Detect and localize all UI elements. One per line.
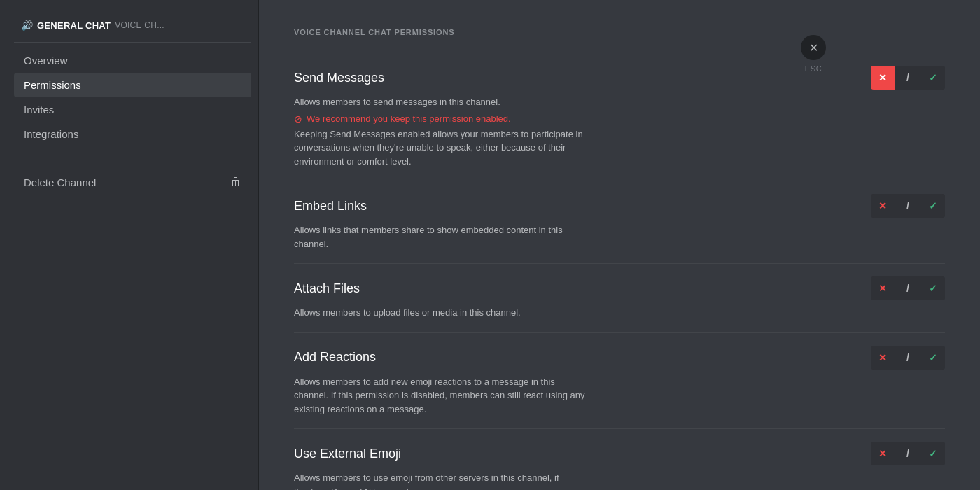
delete-channel-label: Delete Channel [24,176,96,188]
permission-desc-attach-files: Allows members to upload files or media … [294,306,588,320]
deny-btn-use-external-emoji[interactable]: ✕ [871,442,895,465]
permission-desc-add-reactions: Allows members to add new emoji reaction… [294,375,588,416]
delete-channel-button[interactable]: Delete Channel 🗑 [14,169,251,195]
neutral-btn-send-messages[interactable]: / [896,66,920,90]
deny-btn-embed-links[interactable]: ✕ [871,194,895,218]
sidebar-item-invites[interactable]: Invites [14,97,251,122]
deny-btn-attach-files[interactable]: ✕ [871,276,895,300]
allow-btn-use-external-emoji[interactable]: ✓ [921,442,945,465]
nav-list: Overview Permissions Invites Integration… [14,48,251,146]
permission-desc-use-external-emoji: Allows members to use emoji from other s… [294,471,588,490]
neutral-btn-use-external-emoji[interactable]: / [896,442,920,465]
warning-icon-send-messages: ⊘ [294,113,302,125]
toggle-group-send-messages: ✕ / ✓ [871,66,945,90]
toggle-group-attach-files: ✕ / ✓ [871,276,945,300]
channel-voice: VOICE CH... [115,20,164,30]
close-area: ✕ ESC [801,35,826,73]
allow-btn-send-messages[interactable]: ✓ [921,66,945,90]
permission-name-embed-links: Embed Links [294,199,367,214]
neutral-btn-add-reactions[interactable]: / [896,346,920,370]
permission-item-use-external-emoji: Use External Emoji ✕ / ✓ Allows members … [294,429,945,490]
toggle-group-use-external-emoji: ✕ / ✓ [871,442,945,465]
sidebar: 🔊 GENERAL CHAT VOICE CH... Overview Perm… [0,0,259,490]
allow-btn-add-reactions[interactable]: ✓ [921,346,945,370]
warning-row-send-messages: ⊘ We recommend you keep this permission … [294,113,945,125]
sidebar-item-permissions[interactable]: Permissions [14,73,251,97]
permission-desc-embed-links: Allows links that members share to show … [294,223,588,251]
speaker-icon: 🔊 [21,20,33,31]
permission-header-use-external-emoji: Use External Emoji ✕ / ✓ [294,442,945,465]
section-title: VOICE CHANNEL CHAT PERMISSIONS [294,28,945,36]
close-button[interactable]: ✕ [801,35,826,60]
permission-name-send-messages: Send Messages [294,71,384,85]
warning-detail-send-messages: Keeping Send Messages enabled allows you… [294,127,588,169]
permission-item-embed-links: Embed Links ✕ / ✓ Allows links that memb… [294,181,945,264]
warning-text-send-messages: We recommend you keep this permission en… [307,113,511,124]
permission-header-embed-links: Embed Links ✕ / ✓ [294,194,945,218]
permission-name-attach-files: Attach Files [294,281,360,296]
permission-header-send-messages: Send Messages ✕ / ✓ [294,66,945,90]
deny-btn-send-messages[interactable]: ✕ [871,66,895,90]
permission-header-attach-files: Attach Files ✕ / ✓ [294,276,945,300]
permission-desc-send-messages: Allows members to send messages in this … [294,95,588,109]
esc-label: ESC [805,64,822,73]
sidebar-item-overview[interactable]: Overview [14,48,251,73]
toggle-group-embed-links: ✕ / ✓ [871,194,945,218]
trash-icon: 🗑 [230,176,241,188]
permission-name-use-external-emoji: Use External Emoji [294,447,401,461]
permission-header-add-reactions: Add Reactions ✕ / ✓ [294,346,945,370]
neutral-btn-attach-files[interactable]: / [896,276,920,300]
permission-item-attach-files: Attach Files ✕ / ✓ Allows members to upl… [294,264,945,333]
sidebar-item-integrations[interactable]: Integrations [14,122,251,146]
nav-divider [21,158,244,158]
permission-item-send-messages: Send Messages ✕ / ✓ Allows members to se… [294,53,945,181]
deny-btn-add-reactions[interactable]: ✕ [871,346,895,370]
permission-item-add-reactions: Add Reactions ✕ / ✓ Allows members to ad… [294,333,945,430]
allow-btn-attach-files[interactable]: ✓ [921,276,945,300]
allow-btn-embed-links[interactable]: ✓ [921,194,945,218]
main-content: VOICE CHANNEL CHAT PERMISSIONS Send Mess… [259,0,980,490]
toggle-group-add-reactions: ✕ / ✓ [871,346,945,370]
permission-name-add-reactions: Add Reactions [294,350,376,365]
channel-name: GENERAL CHAT [37,20,111,31]
neutral-btn-embed-links[interactable]: / [896,194,920,218]
channel-header: 🔊 GENERAL CHAT VOICE CH... [14,14,251,43]
